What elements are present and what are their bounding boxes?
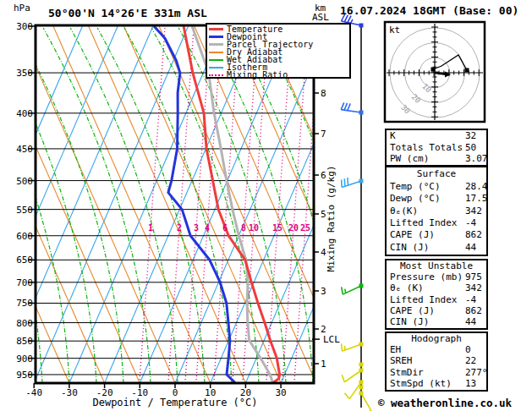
svg-text:700: 700	[16, 277, 33, 288]
wet-adiabat-line	[287, 28, 394, 383]
copyright: © weatheronline.co.uk	[378, 397, 512, 409]
svg-text:4: 4	[205, 223, 210, 233]
legend-swatch-wet-adiabat	[209, 59, 223, 61]
legend-swatch-dewpoint	[209, 36, 223, 38]
row-label: Lifted Index	[390, 218, 465, 228]
svg-text:3: 3	[194, 223, 199, 233]
isotherm-line	[34, 25, 189, 383]
svg-text:LCL: LCL	[323, 334, 340, 345]
row-value: 862	[465, 306, 482, 316]
surface-table: SurfaceTemp (°C)28.4Dewp (°C)17.5θₑ(K)34…	[385, 166, 488, 256]
row-value: 17.5	[465, 194, 488, 204]
legend-swatch-mixing-ratio	[209, 74, 223, 76]
table-row: EH0	[387, 345, 486, 355]
row-value: -4	[465, 218, 476, 228]
table-row: Pressure (mb)975	[387, 272, 486, 282]
svg-text:6: 6	[222, 223, 228, 233]
most-unstable-table: Most UnstablePressure (mb)975θₑ (K)342Li…	[385, 259, 488, 330]
svg-text:750: 750	[16, 298, 33, 309]
table-header: Surface	[387, 169, 486, 179]
table-row: Lifted Index-4	[387, 218, 486, 228]
row-value: 13	[465, 379, 476, 389]
svg-text:20: 20	[288, 223, 299, 233]
table-row: SREH22	[387, 356, 486, 366]
row-label: CIN (J)	[390, 317, 465, 327]
sounding-page: 1234681015202530035040045050055060065070…	[0, 0, 532, 411]
row-value: 28.4	[465, 182, 488, 192]
svg-text:400: 400	[16, 108, 33, 119]
legend-swatch-temperature	[209, 28, 223, 30]
wet-adiabat-line	[0, 28, 96, 383]
table-header: Hodograph	[387, 334, 486, 344]
row-label: θₑ(K)	[390, 206, 465, 216]
asl-axis-unit: ASL	[312, 12, 329, 23]
svg-text:900: 900	[16, 353, 33, 364]
legend-label: Mixing Ratio	[227, 71, 288, 79]
row-value: 0	[465, 345, 471, 355]
row-label: Temp (°C)	[390, 182, 465, 192]
table-row: StmSpd (kt)13	[387, 379, 486, 389]
svg-text:8: 8	[321, 88, 326, 99]
svg-text:300: 300	[16, 21, 33, 32]
svg-text:800: 800	[16, 318, 33, 329]
x-axis-label: Dewpoint / Temperature (°C)	[36, 397, 315, 408]
legend-swatch-dry-adiabat	[209, 52, 223, 53]
table-row: CAPE (J)862	[387, 230, 486, 240]
svg-text:500: 500	[16, 176, 33, 187]
mixing-ratio-line	[168, 25, 194, 383]
table-row: Dewp (°C)17.5	[387, 194, 486, 204]
row-value: 22	[465, 356, 476, 366]
svg-text:600: 600	[16, 231, 33, 242]
pressure-unit-label: hPa	[14, 3, 30, 14]
table-row: CAPE (J)862	[387, 306, 486, 316]
svg-text:7: 7	[321, 129, 326, 140]
mixing-ratio-labels: 12346810152025	[148, 223, 310, 233]
row-value: 277°	[465, 368, 488, 378]
svg-text:1: 1	[148, 223, 153, 233]
legend-swatch-isotherm	[209, 67, 223, 68]
mixing-ratio-axis-label: Mixing Ratio (g/kg)	[326, 147, 337, 291]
table-header: Most Unstable	[387, 261, 486, 271]
row-label: CAPE (J)	[390, 230, 465, 240]
svg-text:25: 25	[300, 223, 310, 233]
hodograph-table: HodographEH0SREH22StmDir277°StmSpd (kt)1…	[385, 332, 488, 392]
row-value: 50	[465, 143, 476, 153]
table-row: Lifted Index-4	[387, 295, 486, 305]
row-label: CIN (J)	[390, 243, 465, 253]
svg-text:850: 850	[16, 336, 33, 347]
svg-text:2: 2	[177, 223, 182, 233]
table-row: θₑ (K)342	[387, 283, 486, 293]
hodograph: 102030kt	[385, 22, 485, 122]
indices-table: K32Totals Totals50PW (cm)3.07	[385, 129, 488, 167]
table-row: PW (cm)3.07	[387, 154, 486, 164]
isotherm-line	[69, 25, 224, 383]
row-label: CAPE (J)	[390, 306, 465, 316]
table-row: K32	[387, 131, 486, 141]
row-label: K	[390, 131, 465, 141]
row-value: 862	[465, 230, 482, 240]
row-label: EH	[390, 345, 465, 355]
row-label: Pressure (mb)	[390, 272, 465, 282]
table-row: CIN (J)44	[387, 243, 486, 253]
table-row: Totals Totals50	[387, 143, 486, 153]
table-row: θₑ(K)342	[387, 206, 486, 216]
row-value: -4	[465, 295, 476, 305]
svg-text:450: 450	[16, 144, 33, 155]
row-value: 342	[465, 283, 482, 293]
row-label: PW (cm)	[390, 154, 465, 164]
row-value: 32	[465, 131, 476, 141]
row-value: 44	[465, 243, 476, 253]
table-row: StmDir277°	[387, 368, 486, 378]
row-label: SREH	[390, 356, 465, 366]
legend-swatch-parcel-trajectory	[209, 43, 223, 46]
row-value: 44	[465, 317, 476, 327]
row-label: StmDir	[390, 368, 465, 378]
svg-text:15: 15	[272, 223, 282, 233]
svg-text:kt: kt	[389, 25, 400, 36]
row-label: θₑ (K)	[390, 283, 465, 293]
row-label: Lifted Index	[390, 295, 465, 305]
row-value: 3.07	[465, 154, 488, 164]
svg-text:350: 350	[16, 68, 33, 79]
mixing-ratio-line	[140, 25, 165, 383]
row-label: Totals Totals	[390, 143, 465, 153]
